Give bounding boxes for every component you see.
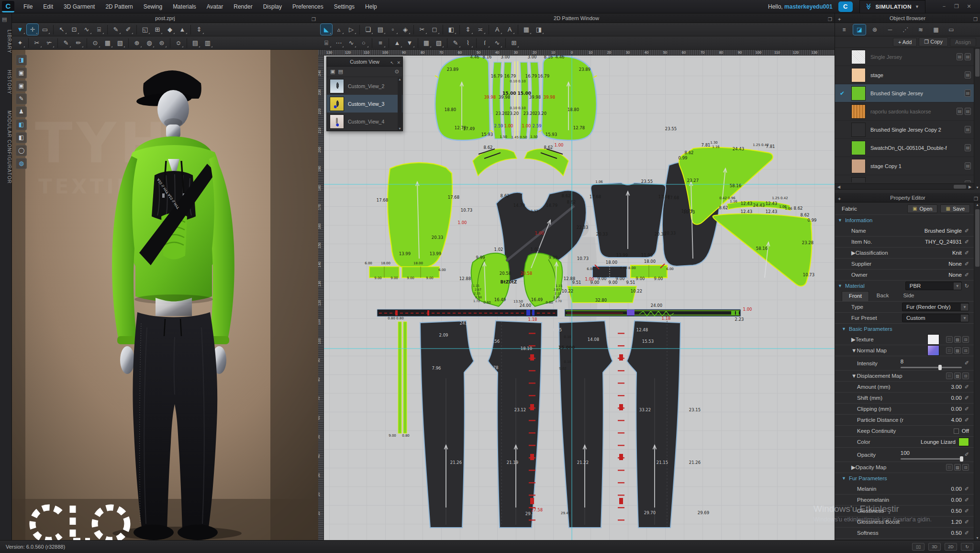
custom-view-scrollbar[interactable]: ▲ ▼ (398, 78, 402, 130)
elastic-wave-icon[interactable]: ∿ (491, 37, 503, 48)
row-name[interactable]: NameBrushed Single✐ (835, 226, 974, 237)
material-side-tabs[interactable]: FrontBackSide (835, 291, 974, 302)
row-softness[interactable]: Softness0.50✐ (835, 528, 974, 539)
custom-view-item[interactable]: Custom_View_2 (327, 77, 402, 95)
fabric-row-icon[interactable]: ▤ (965, 126, 971, 133)
pattern-piece-strip-a[interactable] (377, 309, 557, 316)
garment-toggle-icon[interactable]: ▣ (16, 80, 27, 91)
custom-view-panel[interactable]: Custom View ↖ ✕ ▣ ▤ ⊙ Custom_View_2Custo… (326, 56, 403, 131)
menu-materials[interactable]: Materials (167, 0, 201, 13)
shirt-pin-icon[interactable]: ▼ (404, 37, 415, 48)
brush-icon[interactable]: ✐ (122, 24, 134, 35)
mirror-pattern-icon[interactable]: ◧ (445, 24, 457, 35)
head-toggle-icon[interactable]: ◯ (16, 145, 27, 156)
color-swatch[interactable] (958, 438, 969, 446)
shirt-check-icon[interactable]: ▦ (421, 37, 432, 48)
select-box-icon[interactable]: ▭ (39, 24, 51, 35)
scissors-b-icon[interactable]: ✃ (44, 37, 55, 48)
arrange-grid-icon[interactable]: ⊞ (152, 24, 163, 35)
stitch-pen-icon[interactable]: ✎ (450, 37, 461, 48)
button-tab-icon[interactable]: ⊛ (869, 24, 881, 35)
row-glossiness-boost[interactable]: Glossiness Boost1.20✐ (835, 517, 974, 528)
text-a-small-icon[interactable]: A (504, 24, 515, 35)
scissors-a-icon[interactable]: ✂ (31, 37, 43, 48)
sewing-machine-2d-icon[interactable]: ⌸ (321, 37, 332, 48)
shirt-2d-icon[interactable]: ▲ (391, 37, 403, 48)
fabric-row-icon[interactable]: ▤ (965, 90, 971, 97)
map-row-texture[interactable]: ▶ Texture∷▨⊡ (835, 334, 974, 345)
row-amount-mm-[interactable]: Amount (mm)3.00✐ (835, 382, 974, 393)
fabric-list-item[interactable]: raporlu sardonlu kaskorse▤▤ (835, 102, 974, 121)
sewing-machine-icon[interactable]: ⌸ (93, 24, 105, 35)
camera-icon[interactable]: ⊙ (395, 68, 399, 75)
2d-window-titlebar[interactable]: 2D Pattern Window ❐ (318, 13, 835, 23)
row-clipping-mm-[interactable]: Clipping (mm)0.00✐ (835, 404, 974, 415)
pattern-outline-icon[interactable]: ▤ (375, 24, 386, 35)
fold-arrangement-icon[interactable]: ◱ (139, 24, 151, 35)
simulation-button[interactable]: ≫ SIMULATION ▼ (859, 0, 925, 13)
iron-icon[interactable]: ≡ (375, 37, 386, 48)
custom-view-titlebar[interactable]: Custom View ↖ ✕ (327, 57, 402, 67)
shirt-check-a-icon[interactable]: ▦ (102, 37, 113, 48)
text-a-icon[interactable]: A (491, 24, 503, 35)
fabric-list-item[interactable]: SwatchOn_QL-005104_Double-f▤ (835, 139, 974, 157)
scissors-x-icon[interactable]: ✂ (416, 24, 428, 35)
row-melanin[interactable]: Melanin0.00✐ (835, 484, 974, 495)
menu-display[interactable]: Display (258, 0, 287, 13)
free-sew-icon[interactable]: ∿ (345, 37, 357, 48)
property-editor-scrollbar[interactable]: ▲ ▼ (974, 203, 980, 540)
minimize-button[interactable]: − (938, 3, 950, 10)
menu-render[interactable]: Render (228, 0, 257, 13)
pattern-piece-wing-left[interactable] (473, 149, 517, 176)
fabric-blue-toggle-icon[interactable]: ◧ (16, 119, 27, 130)
row-supplier[interactable]: SupplierNone✐ (835, 259, 974, 270)
edit-pattern-icon[interactable]: ▵ (333, 24, 345, 35)
fabric-roll-b-icon[interactable]: ▥ (202, 37, 213, 48)
shirt-icon[interactable]: ▲ (177, 24, 188, 35)
list-view-tab-icon[interactable]: ≡ (838, 24, 850, 35)
rail-label-library[interactable]: LIBRARY (0, 30, 12, 54)
segment-sew-icon[interactable]: ⋯ (333, 37, 345, 48)
property-editor-titlebar[interactable]: ✦ Property Editor ❐ (835, 193, 980, 203)
scroll-down-icon[interactable]: ▼ (398, 127, 402, 130)
globe-toggle-icon[interactable]: ◍ (16, 158, 27, 169)
clo-cloud-icon[interactable]: C (838, 1, 853, 12)
fabric-list-item[interactable]: ✔Brushed Single Jersey▤ (835, 84, 974, 102)
close-button[interactable]: ✕ (963, 3, 975, 10)
fabric-row-icon[interactable]: ▤ (965, 181, 971, 182)
menu-help[interactable]: Help (360, 0, 382, 13)
close-icon[interactable]: ✕ (397, 58, 401, 68)
subsection-fur-parameters[interactable]: ▼Fur Parameters (835, 473, 974, 484)
clo-app-icon[interactable]: C (2, 1, 14, 12)
scene-3d-toggle-icon[interactable]: ◨ (16, 55, 27, 66)
subsection-basic-parameters[interactable]: ▼Basic Parameters (835, 324, 974, 334)
menu-edit[interactable]: Edit (38, 0, 58, 13)
select-move-icon[interactable]: ✛ (27, 24, 38, 35)
fabric-list-item[interactable]: Brushed Single Jersey Copy 2▤ (835, 121, 974, 139)
map-row-opacity-map[interactable]: ▶ Opacity Map∷▨⊡ (835, 462, 974, 473)
mannequin-toggle-icon[interactable]: ♟ (16, 106, 27, 117)
row-keep-continuity[interactable]: Keep ContinuityOff (835, 426, 974, 437)
pin-icon[interactable]: ✦ (837, 15, 841, 24)
save-button[interactable]: ▦Save (940, 204, 970, 213)
3d-window-titlebar[interactable]: post.zprj ❐ (12, 13, 318, 23)
button-place-icon[interactable]: ⊕ (131, 37, 143, 48)
copy-button[interactable]: ❐ Copy (919, 37, 948, 46)
dart-icon[interactable]: ◈ (400, 24, 411, 35)
folder-icon[interactable]: ▣ (330, 68, 335, 75)
fabric-row-icon[interactable]: ▤ (965, 162, 971, 169)
fabric-list-hscrollbar[interactable]: ◀ ▶ (835, 183, 974, 190)
pattern-piece-green-strip-2[interactable] (403, 322, 407, 433)
section-information[interactable]: ▼Information (835, 215, 974, 226)
doll-arrange-icon[interactable]: ⊙ (89, 37, 101, 48)
elastic-s-icon[interactable]: ſ (479, 37, 490, 48)
button-icon[interactable]: ◍ (144, 37, 155, 48)
scroll-left-icon[interactable]: ◀ (836, 184, 842, 190)
assign-button[interactable]: Assign (950, 38, 976, 46)
scroll-up-icon[interactable]: ▲ (398, 78, 402, 81)
fabric-list-scrollbar[interactable]: ▼ (974, 48, 980, 190)
menu-3d-garment[interactable]: 3D Garment (58, 0, 100, 13)
slider-intensity[interactable]: Intensity8✐ (835, 356, 974, 371)
fabric-list-item[interactable]: baseball▤ (835, 175, 974, 182)
opacity-slider[interactable] (901, 458, 962, 460)
